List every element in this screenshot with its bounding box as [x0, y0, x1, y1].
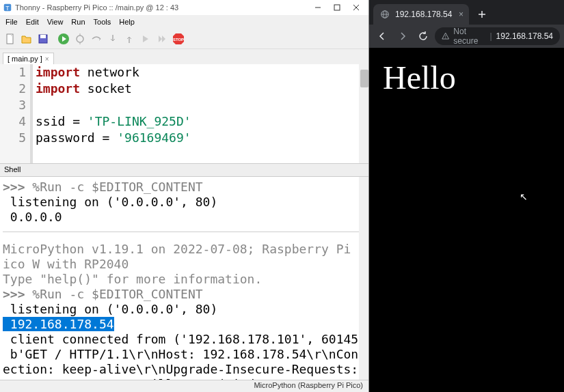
url-text: 192.168.178.54 — [496, 31, 553, 41]
shell-panel[interactable]: >>> %Run -c $EDITOR_CONTENT listening on… — [0, 177, 368, 380]
code-editor[interactable]: 1 2 3 4 5 import network import socket s… — [0, 64, 368, 163]
menubar: File Edit View Run Tools Help — [0, 15, 368, 29]
not-secure-label: Not secure — [453, 27, 485, 46]
svg-text:T: T — [5, 5, 10, 12]
toolbar: STOP — [0, 29, 368, 49]
chrome-window: 192.168.178.54 × Not secure | 192.168.17… — [369, 0, 564, 392]
selected-ip: 192.168.178.54 — [3, 317, 114, 331]
svg-point-10 — [77, 36, 83, 42]
menu-view[interactable]: View — [43, 16, 68, 27]
titlebar[interactable]: T Thonny - Raspberry Pi Pico :: /main.py… — [0, 0, 368, 15]
menu-tools[interactable]: Tools — [90, 16, 116, 27]
save-file-icon[interactable] — [36, 31, 51, 46]
close-tab-icon[interactable]: × — [45, 55, 49, 63]
open-file-icon[interactable] — [19, 31, 34, 46]
warning-icon — [442, 31, 449, 41]
svg-text:STOP: STOP — [173, 38, 184, 42]
app-icon: T — [3, 3, 12, 12]
editor-tab[interactable]: [ main.py ] × — [3, 53, 54, 64]
svg-point-23 — [445, 38, 446, 38]
globe-icon — [380, 10, 390, 19]
mouse-cursor: ↖ — [520, 191, 528, 202]
browser-toolbar: Not secure | 192.168.178.54 — [369, 25, 564, 48]
svg-rect-8 — [40, 35, 46, 38]
reload-button[interactable] — [414, 27, 432, 45]
maximize-button[interactable] — [327, 1, 347, 14]
forward-button[interactable] — [394, 27, 412, 45]
resume-icon-2[interactable] — [155, 31, 170, 46]
shell-separator — [3, 232, 366, 232]
scroll-thumb[interactable] — [360, 70, 368, 87]
status-bar[interactable]: MicroPython (Raspberry Pi Pico) — [0, 380, 368, 392]
step-into-icon[interactable] — [105, 31, 120, 46]
menu-help[interactable]: Help — [115, 16, 139, 27]
tab-close-icon[interactable]: × — [459, 10, 464, 19]
minimize-button[interactable] — [308, 1, 327, 14]
menu-edit[interactable]: Edit — [22, 16, 43, 27]
new-tab-button[interactable] — [473, 5, 491, 23]
browser-tab[interactable]: 192.168.178.54 × — [373, 4, 469, 25]
close-button[interactable] — [347, 1, 366, 14]
resume-icon[interactable] — [138, 31, 153, 46]
stop-icon[interactable]: STOP — [171, 31, 186, 46]
run-icon[interactable] — [56, 31, 71, 46]
debug-icon[interactable] — [72, 31, 88, 46]
thonny-window: T Thonny - Raspberry Pi Pico :: /main.py… — [0, 0, 369, 392]
step-over-icon[interactable] — [89, 31, 104, 46]
menu-run[interactable]: Run — [67, 16, 89, 27]
tab-label: [ main.py ] — [8, 55, 42, 63]
browser-tab-strip: 192.168.178.54 × — [369, 0, 564, 25]
shell-scrollbar[interactable] — [359, 177, 368, 380]
editor-scrollbar[interactable] — [359, 64, 368, 163]
code-content[interactable]: import network import socket ssid = 'TP-… — [33, 64, 368, 163]
menu-file[interactable]: File — [1, 16, 22, 27]
shell-header[interactable]: Shell — [0, 163, 368, 177]
tab-title: 192.168.178.54 — [395, 10, 452, 19]
window-title: Thonny - Raspberry Pi Pico :: /main.py @… — [15, 3, 308, 12]
hello-heading: Hello — [383, 59, 550, 96]
back-button[interactable] — [373, 27, 391, 45]
new-file-icon[interactable] — [3, 31, 18, 46]
page-content: Hello ↖ — [369, 48, 564, 392]
address-bar[interactable]: Not secure | 192.168.178.54 — [435, 27, 560, 45]
svg-rect-3 — [334, 5, 340, 10]
step-out-icon[interactable] — [122, 31, 137, 46]
editor-tabs: [ main.py ] × — [0, 49, 368, 64]
line-gutter: 1 2 3 4 5 — [0, 64, 33, 163]
